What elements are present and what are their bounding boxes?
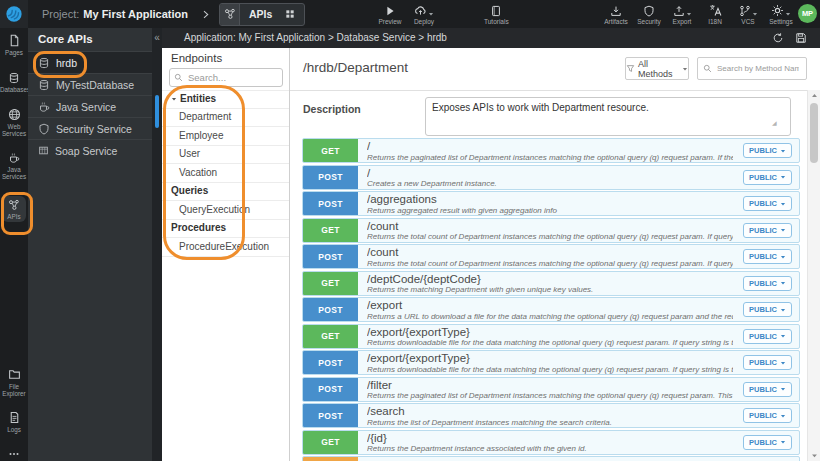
globe-icon bbox=[8, 108, 21, 121]
api-row-post-[interactable]: POST/Creates a new Department instance.P… bbox=[302, 165, 800, 190]
api-row-get-deptCodedeptCode[interactable]: GET/deptCode/{deptCode}Returns the match… bbox=[302, 271, 800, 296]
i18n-button[interactable]: I18N bbox=[703, 4, 727, 25]
access-public-button[interactable]: PUBLIC bbox=[743, 355, 792, 370]
funnel-icon bbox=[626, 64, 635, 73]
endpoint-group-entities[interactable]: Entities bbox=[162, 90, 289, 109]
endpoint-item-procedureexecution[interactable]: ProcedureExecution bbox=[162, 238, 289, 257]
api-row-post-export[interactable]: POST/exportReturns a URL to download a f… bbox=[302, 297, 800, 322]
core-api-item-hrdb[interactable]: hrdb bbox=[28, 51, 152, 73]
api-meta: /filterReturns the paginated list of Dep… bbox=[358, 378, 799, 401]
core-api-item-security-service[interactable]: Security Service bbox=[28, 117, 152, 139]
scrollbar-thumb[interactable] bbox=[155, 95, 159, 128]
api-row-post-aggregations[interactable]: POST/aggregationsReturns aggregated resu… bbox=[302, 191, 800, 216]
sidebar-item-logs[interactable]: Logs bbox=[0, 411, 28, 433]
caret-down-icon bbox=[780, 148, 786, 154]
access-public-button[interactable]: PUBLIC bbox=[743, 170, 792, 185]
export-button[interactable]: Export bbox=[670, 4, 694, 25]
core-apis-panel: Core APIs hrdbMyTestDatabaseJava Service… bbox=[28, 28, 152, 461]
core-api-item-mytestdatabase[interactable]: MyTestDatabase bbox=[28, 73, 152, 95]
core-api-item-label: MyTestDatabase bbox=[56, 79, 134, 91]
api-path: /aggregations bbox=[367, 193, 733, 206]
caret-down-icon bbox=[780, 413, 786, 419]
scroll-down-arrow[interactable] bbox=[808, 452, 820, 459]
access-public-button[interactable]: PUBLIC bbox=[743, 276, 792, 291]
description-textarea[interactable]: Exposes APIs to work with Department res… bbox=[425, 97, 791, 136]
scrollbar-thumb[interactable] bbox=[810, 103, 818, 163]
api-path: /count bbox=[367, 220, 733, 233]
endpoint-item-employee[interactable]: Employee bbox=[162, 127, 289, 146]
api-meta: /export/{exportType}Returns downloadable… bbox=[358, 325, 799, 348]
endpoint-label: Procedures bbox=[171, 220, 226, 238]
endpoint-group-procedures[interactable]: Procedures bbox=[162, 220, 289, 239]
endpoints-search[interactable] bbox=[169, 68, 283, 87]
endpoint-group-queries[interactable]: Queries bbox=[162, 183, 289, 202]
endpoint-item-vacation[interactable]: Vacation bbox=[162, 164, 289, 183]
api-row-post-search[interactable]: POST/searchReturns the list of Departmen… bbox=[302, 403, 800, 428]
sidebar-item-databases[interactable]: Databases bbox=[0, 72, 28, 93]
caret-down-icon bbox=[780, 280, 786, 286]
security-button[interactable]: Security bbox=[637, 4, 661, 25]
method-search-input[interactable] bbox=[715, 63, 801, 74]
preview-button[interactable]: Preview bbox=[378, 4, 402, 25]
collapse-panel-button[interactable]: « bbox=[152, 31, 162, 45]
access-public-button[interactable]: PUBLIC bbox=[743, 196, 792, 211]
access-public-button[interactable]: PUBLIC bbox=[743, 382, 792, 397]
scroll-up-arrow[interactable] bbox=[808, 92, 820, 99]
endpoint-item-department[interactable]: Department bbox=[162, 109, 289, 128]
caret-down-icon bbox=[780, 227, 786, 233]
avatar[interactable]: MP bbox=[798, 4, 817, 23]
chevron-right-icon bbox=[201, 10, 210, 19]
endpoint-label: Employee bbox=[179, 127, 223, 145]
app-logo[interactable] bbox=[0, 0, 28, 28]
download-tray-icon bbox=[610, 5, 622, 17]
sidebar-item-file-explorer[interactable]: File Explorer bbox=[0, 368, 28, 397]
core-api-item-java-service[interactable]: Java Service bbox=[28, 95, 152, 117]
api-description: Returns a URL to download a file for the… bbox=[367, 312, 733, 321]
endpoints-search-input[interactable] bbox=[186, 71, 278, 84]
save-button[interactable] bbox=[795, 32, 807, 44]
sidebar-item-label: Pages bbox=[0, 49, 28, 56]
vertical-scrollbar bbox=[807, 90, 820, 461]
refresh-button[interactable] bbox=[772, 32, 784, 44]
deploy-button[interactable]: Deploy bbox=[412, 4, 436, 25]
sidebar-item-java-services[interactable]: Java Services bbox=[0, 152, 28, 180]
tab-apis[interactable]: APIs bbox=[219, 3, 305, 26]
api-row-get-count[interactable]: GET/countReturns the total count of Depa… bbox=[302, 218, 800, 243]
api-path: /search bbox=[367, 405, 733, 418]
access-public-button[interactable]: PUBLIC bbox=[743, 408, 792, 423]
api-path: /export bbox=[367, 299, 733, 312]
vcs-button[interactable]: VCS bbox=[736, 4, 760, 25]
access-public-button[interactable]: PUBLIC bbox=[743, 143, 792, 158]
folder-icon bbox=[8, 368, 21, 381]
tutorials-button[interactable]: Tutorials bbox=[484, 4, 509, 25]
grid-icon[interactable] bbox=[285, 9, 295, 19]
api-row-put[interactable]: PUTPUBLIC bbox=[302, 456, 800, 461]
sidebar-item-web-services[interactable]: Web Services bbox=[0, 108, 28, 137]
api-row-get-exportexportType[interactable]: GET/export/{exportType}Returns downloada… bbox=[302, 324, 800, 349]
project-title: Project:My First Application bbox=[42, 8, 188, 20]
left-icon-sidebar: PagesDatabasesWeb ServicesJava ServicesA… bbox=[0, 28, 28, 461]
api-row-post-exportexportType[interactable]: POST/export/{exportType}Returns download… bbox=[302, 350, 800, 375]
api-meta: /countReturns the total count of Departm… bbox=[358, 245, 799, 268]
endpoint-item-user[interactable]: User bbox=[162, 146, 289, 165]
access-public-button[interactable]: PUBLIC bbox=[743, 223, 792, 238]
api-row-post-count[interactable]: POST/countReturns the total count of Dep… bbox=[302, 244, 800, 269]
api-row-get-[interactable]: GET/Returns the paginated list of Depart… bbox=[302, 138, 800, 163]
api-row-get-id[interactable]: GET/{id}Returns the Department instance … bbox=[302, 430, 800, 455]
access-public-button[interactable]: PUBLIC bbox=[743, 302, 792, 317]
settings-button[interactable]: Settings bbox=[769, 4, 793, 25]
access-public-button[interactable]: PUBLIC bbox=[743, 249, 792, 264]
sidebar-item-more[interactable] bbox=[0, 448, 28, 460]
methods-filter-dropdown[interactable]: All Methods bbox=[625, 57, 689, 80]
soap-icon bbox=[38, 145, 49, 156]
access-public-button[interactable]: PUBLIC bbox=[743, 329, 792, 344]
api-row-post-filter[interactable]: POST/filterReturns the paginated list of… bbox=[302, 377, 800, 402]
artifacts-button[interactable]: Artifacts bbox=[604, 4, 628, 25]
security-label: Security bbox=[637, 18, 660, 25]
sidebar-item-pages[interactable]: Pages bbox=[0, 34, 28, 56]
core-api-item-soap-service[interactable]: Soap Service bbox=[28, 139, 152, 161]
endpoint-item-queryexecution[interactable]: QueryExecution bbox=[162, 201, 289, 220]
access-public-button[interactable]: PUBLIC bbox=[743, 435, 792, 450]
sidebar-item-apis[interactable]: APIs bbox=[2, 196, 26, 222]
method-search[interactable] bbox=[697, 57, 807, 80]
